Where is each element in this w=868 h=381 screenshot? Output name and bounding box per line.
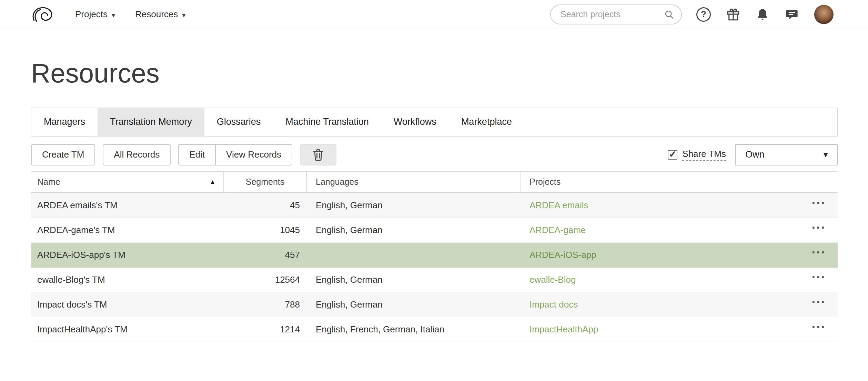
help-glyph: ? <box>701 9 706 20</box>
notifications-button[interactable] <box>756 7 769 22</box>
tabs-bar: Managers Translation Memory Glossaries M… <box>31 108 838 137</box>
share-tms-label: Share TMs <box>682 149 726 161</box>
tm-languages: English, German <box>307 268 521 292</box>
tab-managers[interactable]: Managers <box>31 108 98 136</box>
column-header-projects[interactable]: Projects <box>521 172 838 192</box>
row-menu-button[interactable]: ··· <box>812 225 826 235</box>
tm-name: ewalle-Blog's TM <box>31 268 224 292</box>
project-link[interactable]: Impact docs <box>529 299 578 310</box>
select-caret-icon: ▼ <box>822 151 829 159</box>
table-header: Name ▲ Segments Languages Projects <box>31 171 838 193</box>
project-link[interactable]: ewalle-Blog <box>529 274 576 285</box>
row-menu-button[interactable]: ··· <box>812 300 826 310</box>
table-row-selected[interactable]: ARDEA-iOS-app's TM 457 ARDEA-iOS-app ··· <box>31 243 838 268</box>
tm-languages: English, French, German, Italian <box>307 317 521 342</box>
column-header-segments[interactable]: Segments <box>224 172 307 192</box>
row-menu-button[interactable]: ··· <box>812 200 826 210</box>
toolbar: Create TM All Records Edit View Records … <box>31 144 838 166</box>
nav-resources[interactable]: Resources ▾ <box>135 9 185 20</box>
nav-projects-label: Projects <box>75 9 108 20</box>
project-link[interactable]: ARDEA-game <box>529 225 586 235</box>
delete-button[interactable] <box>300 144 336 166</box>
main-nav: Projects ▾ Resources ▾ <box>75 9 185 20</box>
row-menu-button[interactable]: ··· <box>812 275 826 285</box>
tab-glossaries[interactable]: Glossaries <box>204 108 273 136</box>
tm-languages: English, German <box>307 193 521 218</box>
logo-swirl-icon <box>30 6 54 23</box>
project-link[interactable]: ARDEA emails <box>529 200 588 211</box>
gift-button[interactable] <box>726 7 740 22</box>
table-row[interactable]: ARDEA-game's TM 1045 English, German ARD… <box>31 218 838 243</box>
tab-marketplace[interactable]: Marketplace <box>449 108 524 136</box>
page-title: Resources <box>31 58 838 89</box>
table-row[interactable]: ARDEA emails's TM 45 English, German ARD… <box>31 193 838 218</box>
nav-resources-label: Resources <box>135 9 178 20</box>
create-tm-button[interactable]: Create TM <box>31 144 95 166</box>
tm-languages: English, German <box>307 292 521 317</box>
tm-name: ARDEA-iOS-app's TM <box>31 243 224 267</box>
tm-name: ImpactHealthApp's TM <box>31 317 224 342</box>
tm-name: Impact docs's TM <box>31 292 224 317</box>
tm-languages <box>307 243 521 267</box>
all-records-button[interactable]: All Records <box>103 144 171 166</box>
tm-segments: 457 <box>224 243 307 267</box>
help-button[interactable]: ? <box>696 7 711 22</box>
gift-icon <box>726 7 740 22</box>
column-header-name-label: Name <box>37 177 60 187</box>
table-row[interactable]: Impact docs's TM 788 English, German Imp… <box>31 292 838 317</box>
chat-icon <box>785 8 799 21</box>
search-input[interactable] <box>561 9 664 19</box>
project-link[interactable]: ImpactHealthApp <box>529 324 598 335</box>
table-row[interactable]: ImpactHealthApp's TM 1214 English, Frenc… <box>31 317 838 342</box>
logo[interactable] <box>30 6 54 23</box>
row-menu-button[interactable]: ··· <box>812 324 826 334</box>
tm-name: ARDEA-game's TM <box>31 218 224 242</box>
topbar-icons: ? <box>696 5 834 24</box>
tm-segments: 1214 <box>224 317 307 342</box>
toolbar-right: ✓ Share TMs Own ▼ <box>668 144 838 166</box>
search-icon[interactable] <box>664 9 674 20</box>
topbar: Projects ▾ Resources ▾ ? <box>0 0 868 29</box>
column-header-name[interactable]: Name ▲ <box>31 172 224 192</box>
share-tms-checkbox[interactable]: ✓ <box>668 150 677 160</box>
tab-translation-memory[interactable]: Translation Memory <box>98 108 204 136</box>
tm-segments: 12564 <box>224 268 307 292</box>
chevron-down-icon: ▾ <box>112 10 115 19</box>
chat-button[interactable] <box>785 8 799 21</box>
tab-workflows[interactable]: Workflows <box>381 108 449 136</box>
main-content: Resources Managers Translation Memory Gl… <box>0 58 868 342</box>
search-box[interactable] <box>550 4 682 24</box>
tm-segments: 45 <box>224 193 307 218</box>
nav-projects[interactable]: Projects ▾ <box>75 9 115 20</box>
tm-table: Name ▲ Segments Languages Projects ARDEA… <box>31 171 838 342</box>
chevron-down-icon: ▾ <box>182 10 185 19</box>
row-menu-button[interactable]: ··· <box>812 250 826 260</box>
column-header-languages[interactable]: Languages <box>307 172 521 192</box>
edit-view-button-group: Edit View Records <box>178 144 292 166</box>
tm-segments: 788 <box>224 292 307 317</box>
help-icon: ? <box>696 7 711 22</box>
share-tms-control[interactable]: ✓ Share TMs <box>668 149 726 161</box>
tab-machine-translation[interactable]: Machine Translation <box>273 108 381 136</box>
ownership-filter-value: Own <box>745 149 765 160</box>
bell-icon <box>756 7 769 22</box>
ownership-filter-select[interactable]: Own ▼ <box>735 144 838 166</box>
table-row[interactable]: ewalle-Blog's TM 12564 English, German e… <box>31 268 838 292</box>
tm-segments: 1045 <box>224 218 307 242</box>
edit-button[interactable]: Edit <box>178 144 215 166</box>
project-link[interactable]: ARDEA-iOS-app <box>529 250 596 260</box>
trash-icon <box>312 148 324 161</box>
check-icon: ✓ <box>669 150 676 159</box>
tm-name: ARDEA emails's TM <box>31 193 224 218</box>
sort-asc-icon[interactable]: ▲ <box>209 178 216 186</box>
table-body: ARDEA emails's TM 45 English, German ARD… <box>31 193 838 342</box>
view-records-button[interactable]: View Records <box>215 144 292 166</box>
tm-languages: English, German <box>307 218 521 242</box>
user-avatar[interactable] <box>814 5 834 24</box>
